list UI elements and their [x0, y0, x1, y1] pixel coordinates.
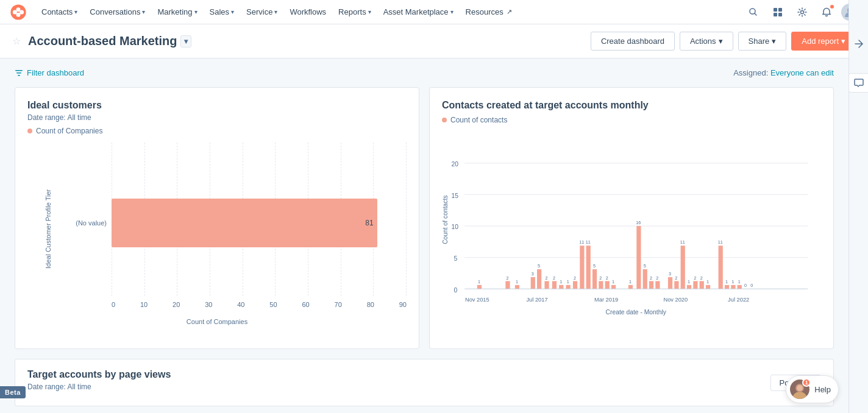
nav-service[interactable]: Service ▾ — [241, 5, 282, 19]
svg-rect-80 — [706, 285, 710, 289]
svg-text:1: 1 — [612, 279, 614, 284]
help-button[interactable]: 1 Help — [786, 375, 839, 403]
svg-text:3: 3 — [669, 271, 671, 277]
filter-bar: Filter dashboard Assigned: Everyone can … — [15, 68, 834, 77]
svg-rect-84 — [725, 285, 729, 289]
ideal-customers-chart: Ideal customers Date range: All time Cou… — [15, 87, 419, 349]
x-axis: 0 10 20 30 40 50 60 70 80 90 — [64, 301, 407, 308]
nav-marketing[interactable]: Marketing ▾ — [152, 5, 202, 19]
bottom-card-title: Target accounts by page views — [27, 369, 171, 380]
svg-text:16: 16 — [636, 220, 641, 225]
svg-rect-82 — [719, 245, 723, 289]
assigned-value-link[interactable]: Everyone can edit — [770, 68, 834, 77]
title-dropdown-button[interactable]: ▾ — [180, 35, 191, 48]
svg-rect-54 — [605, 281, 610, 289]
svg-rect-8 — [774, 13, 777, 16]
svg-text:1: 1 — [629, 279, 631, 284]
settings-button[interactable] — [792, 2, 812, 22]
svg-rect-7 — [778, 8, 782, 12]
svg-text:5: 5 — [454, 255, 458, 262]
svg-rect-64 — [649, 281, 653, 289]
create-dashboard-button[interactable]: Create dashboard — [591, 32, 675, 51]
chevron-down-icon: ▾ — [450, 9, 454, 15]
favorite-star-icon[interactable]: ☆ — [12, 35, 21, 47]
svg-point-3 — [13, 10, 17, 14]
chevron-down-icon: ▾ — [74, 9, 77, 15]
svg-text:1: 1 — [731, 279, 734, 284]
bar-label: (No value) — [64, 219, 107, 227]
chevron-down-icon: ▾ — [841, 37, 845, 46]
chevron-down-icon: ▾ — [274, 9, 277, 15]
svg-text:2: 2 — [675, 275, 677, 281]
svg-rect-52 — [599, 281, 603, 289]
beta-badge: Beta — [0, 386, 26, 398]
svg-rect-78 — [700, 281, 704, 289]
svg-text:1: 1 — [567, 279, 569, 284]
header-action-buttons: Create dashboard Actions ▾ Share ▾ Add r… — [591, 32, 856, 51]
svg-rect-36 — [544, 281, 549, 289]
svg-text:15: 15 — [451, 192, 458, 199]
svg-text:0: 0 — [744, 283, 747, 288]
chart1-title: Ideal customers — [27, 100, 407, 111]
svg-text:11: 11 — [579, 239, 584, 245]
nav-workflows[interactable]: Workflows — [285, 5, 331, 19]
hubspot-logo[interactable] — [10, 4, 27, 21]
nav-asset-marketplace[interactable]: Asset Marketplace ▾ — [379, 5, 458, 19]
svg-text:0: 0 — [750, 283, 753, 288]
svg-rect-32 — [531, 277, 535, 289]
filter-icon — [15, 69, 23, 77]
page-title: Account-based Marketing ▾ — [28, 34, 191, 48]
svg-rect-42 — [566, 285, 571, 289]
nav-conversations[interactable]: Conversations ▾ — [85, 5, 150, 19]
right-sidebar — [848, 0, 868, 413]
nav-contacts[interactable]: Contacts ▾ — [37, 5, 82, 19]
svg-text:2: 2 — [656, 275, 658, 281]
svg-text:11: 11 — [680, 239, 685, 245]
svg-rect-28 — [505, 281, 510, 289]
svg-rect-14 — [18, 75, 20, 76]
chart-inner: (No value) 81 0 10 20 30 — [64, 143, 407, 316]
x-axis-title: Count of Companies — [27, 316, 407, 325]
chart-svg: 0 5 10 15 20 Count of contacts — [442, 132, 821, 320]
svg-text:2: 2 — [650, 275, 652, 281]
svg-rect-48 — [586, 245, 591, 289]
svg-text:1: 1 — [706, 279, 709, 284]
chat-icon[interactable] — [848, 73, 868, 93]
svg-text:Nov 2020: Nov 2020 — [663, 297, 688, 303]
svg-text:Create date - Monthly: Create date - Monthly — [606, 309, 667, 316]
actions-button[interactable]: Actions ▾ — [680, 32, 733, 51]
marketplace-icon-button[interactable] — [768, 2, 788, 22]
card-header: Target accounts by page views Date range… — [27, 369, 821, 396]
nav-reports[interactable]: Reports ▾ — [333, 5, 376, 19]
expand-icon[interactable] — [852, 37, 866, 51]
svg-rect-9 — [778, 13, 782, 16]
legend-dot — [27, 129, 32, 133]
svg-rect-66 — [655, 281, 660, 289]
horiz-bar: 81 — [112, 199, 377, 247]
svg-rect-76 — [693, 281, 697, 289]
svg-text:Nov 2015: Nov 2015 — [465, 297, 489, 303]
bottom-card-subtitle: Date range: All time — [27, 383, 171, 391]
nav-resources[interactable]: Resources ↗ — [461, 5, 517, 19]
svg-rect-62 — [643, 269, 647, 289]
share-button[interactable]: Share ▾ — [738, 32, 787, 51]
nav-sales[interactable]: Sales ▾ — [205, 5, 240, 19]
top-navigation: Contacts ▾ Conversations ▾ Marketing ▾ S… — [0, 0, 868, 24]
svg-text:5: 5 — [538, 263, 540, 269]
search-button[interactable] — [744, 2, 763, 22]
notifications-button[interactable] — [817, 2, 836, 22]
svg-rect-68 — [668, 277, 672, 289]
main-content: Filter dashboard Assigned: Everyone can … — [0, 58, 848, 413]
svg-text:1: 1 — [560, 279, 562, 284]
chevron-down-icon: ▾ — [142, 9, 145, 15]
header-bar: ☆ Account-based Marketing ▾ Create dashb… — [0, 24, 868, 58]
chart1-subtitle: Date range: All time — [27, 113, 407, 122]
svg-text:1: 1 — [738, 279, 741, 284]
svg-text:2: 2 — [574, 275, 576, 281]
svg-text:1: 1 — [516, 279, 518, 284]
chevron-down-icon: ▾ — [231, 9, 234, 15]
bar-row: (No value) 81 — [64, 199, 407, 247]
filter-dashboard-button[interactable]: Filter dashboard — [15, 68, 84, 77]
add-report-button[interactable]: Add report ▾ — [791, 32, 856, 51]
svg-rect-26 — [477, 285, 482, 289]
